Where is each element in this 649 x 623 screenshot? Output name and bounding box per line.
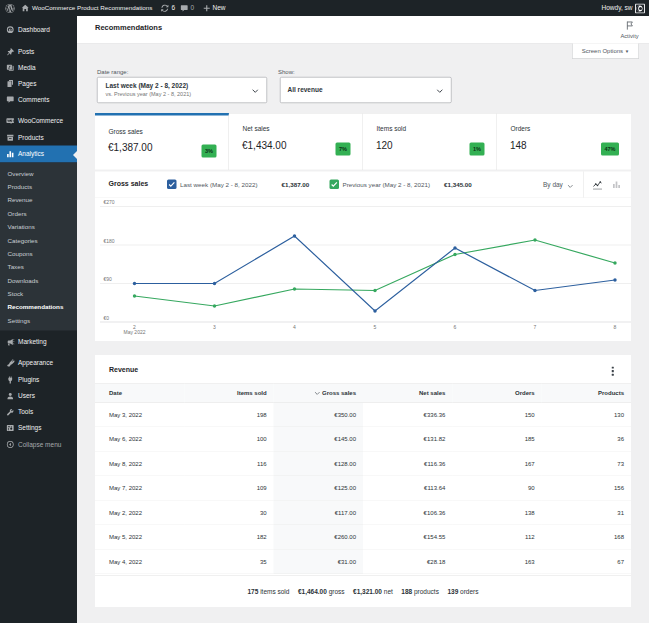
svg-text:€90: €90 — [104, 276, 113, 282]
svg-text:4: 4 — [293, 324, 296, 330]
svg-text:5: 5 — [374, 324, 377, 330]
svg-text:6: 6 — [454, 324, 457, 330]
svg-text:May 2022: May 2022 — [124, 329, 146, 335]
svg-text:8: 8 — [614, 324, 617, 330]
svg-text:€180: €180 — [104, 238, 115, 244]
svg-text:7: 7 — [534, 324, 537, 330]
svg-text:€270: €270 — [104, 199, 115, 205]
svg-text:€0: €0 — [104, 315, 110, 321]
svg-text:3: 3 — [213, 324, 216, 330]
